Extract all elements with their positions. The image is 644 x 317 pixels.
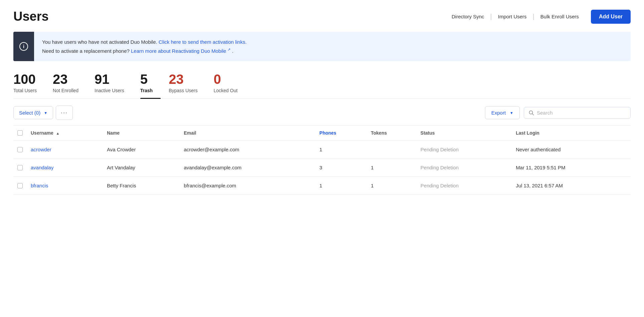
checkbox-acrowder[interactable]	[13, 141, 27, 159]
toolbar-right: Export ▼	[485, 106, 631, 119]
stat-number-bypass-users: 23	[169, 72, 184, 87]
header-actions: Directory Sync | Import Users | Bulk Enr…	[446, 10, 631, 24]
external-link-icon: ↗	[227, 47, 230, 51]
banner-line-1: You have users who have not activated Du…	[42, 38, 247, 46]
info-banner: i You have users who have not activated …	[13, 32, 631, 61]
username-cell-avandalay[interactable]: avandalay	[27, 159, 103, 177]
bulk-enroll-link[interactable]: Bulk Enroll Users	[534, 14, 585, 19]
username-link-acrowder[interactable]: acrowder	[31, 147, 51, 152]
phones-cell-acrowder: 1	[315, 141, 367, 159]
tokens-header: Tokens	[367, 126, 417, 141]
table-row: avandalayArt Vandalayavandalay@example.c…	[13, 159, 631, 177]
stat-inactive-users[interactable]: 91Inactive Users	[95, 72, 140, 99]
stats-row: 100Total Users23Not Enrolled91Inactive U…	[13, 72, 631, 99]
table-row: acrowderAva Crowderacrowder@example.com1…	[13, 141, 631, 159]
stat-number-inactive-users: 91	[95, 72, 110, 87]
export-chevron-icon: ▼	[510, 111, 513, 115]
search-wrapper	[524, 107, 631, 119]
last-login-cell-acrowder: Never authenticated	[512, 141, 631, 159]
stat-bypass-users[interactable]: 23Bypass Users	[169, 72, 213, 99]
select-button[interactable]: Select (0) ▼	[13, 106, 53, 119]
stat-label-trash: Trash	[140, 88, 153, 93]
search-icon	[529, 110, 534, 116]
status-cell-acrowder: Pending Deletion	[417, 141, 512, 159]
phones-cell-avandalay: 3	[315, 159, 367, 177]
more-options-button[interactable]: ···	[56, 106, 73, 120]
email-header: Email	[180, 126, 315, 141]
info-icon: i	[19, 42, 28, 51]
username-link-avandalay[interactable]: avandalay	[31, 165, 53, 170]
status-header: Status	[417, 126, 512, 141]
stat-label-locked-out: Locked Out	[214, 88, 238, 93]
username-sort-icon: ▲	[56, 131, 60, 135]
toolbar-left: Select (0) ▼ ···	[13, 106, 73, 120]
name-header: Name	[103, 126, 180, 141]
reactivate-link[interactable]: Learn more about Reactivating Duo Mobile…	[131, 48, 232, 54]
stat-number-locked-out: 0	[214, 72, 221, 87]
username-cell-acrowder[interactable]: acrowder	[27, 141, 103, 159]
users-table: Username ▲ Name Email Phones Tokens Stat…	[13, 125, 631, 195]
name-cell-acrowder: Ava Crowder	[103, 141, 180, 159]
email-cell-bfrancis: bfrancis@example.com	[180, 177, 315, 195]
select-all-header[interactable]	[13, 126, 27, 141]
last-login-cell-avandalay: Mar 11, 2019 5:51 PM	[512, 159, 631, 177]
checkbox-avandalay[interactable]	[13, 159, 27, 177]
stat-number-not-enrolled: 23	[53, 72, 68, 87]
stat-label-not-enrolled: Not Enrolled	[53, 88, 78, 93]
info-icon-label: i	[23, 44, 24, 49]
select-label: Select (0)	[19, 110, 40, 116]
username-header[interactable]: Username ▲	[27, 126, 103, 141]
info-banner-icon-bg: i	[13, 32, 34, 61]
toolbar: Select (0) ▼ ··· Export ▼	[13, 99, 631, 125]
banner-period: .	[232, 48, 233, 54]
banner-text-1: You have users who have not activated Du…	[42, 39, 157, 45]
page-header: Users Directory Sync | Import Users | Bu…	[13, 9, 631, 24]
row-checkbox-acrowder[interactable]	[17, 147, 23, 152]
select-all-checkbox[interactable]	[17, 130, 23, 136]
stat-locked-out[interactable]: 0Locked Out	[214, 72, 254, 99]
row-checkbox-bfrancis[interactable]	[17, 183, 23, 188]
svg-line-1	[532, 114, 534, 115]
export-label: Export	[491, 110, 506, 116]
name-cell-bfrancis: Betty Francis	[103, 177, 180, 195]
status-cell-avandalay: Pending Deletion	[417, 159, 512, 177]
username-cell-bfrancis[interactable]: bfrancis	[27, 177, 103, 195]
table-row: bfrancisBetty Francisbfrancis@example.co…	[13, 177, 631, 195]
email-cell-acrowder: acrowder@example.com	[180, 141, 315, 159]
phones-header[interactable]: Phones	[315, 126, 367, 141]
stat-trash[interactable]: 5Trash	[140, 72, 169, 99]
status-cell-bfrancis: Pending Deletion	[417, 177, 512, 195]
row-checkbox-avandalay[interactable]	[17, 165, 23, 170]
checkbox-bfrancis[interactable]	[13, 177, 27, 195]
last-login-header: Last Login	[512, 126, 631, 141]
banner-line-2: Need to activate a replacement phone? Le…	[42, 46, 247, 55]
banner-text-2: Need to activate a replacement phone?	[42, 48, 130, 54]
phones-cell-bfrancis: 1	[315, 177, 367, 195]
add-user-button[interactable]: Add User	[591, 10, 631, 24]
search-input[interactable]	[537, 110, 626, 116]
name-cell-avandalay: Art Vandalay	[103, 159, 180, 177]
stat-label-total-users: Total Users	[13, 88, 37, 93]
email-cell-avandalay: avandalay@example.com	[180, 159, 315, 177]
tokens-cell-avandalay: 1	[367, 159, 417, 177]
table-header-row: Username ▲ Name Email Phones Tokens Stat…	[13, 126, 631, 141]
import-users-link[interactable]: Import Users	[492, 14, 533, 19]
directory-sync-link[interactable]: Directory Sync	[446, 14, 490, 19]
page-title: Users	[13, 9, 49, 24]
activation-link[interactable]: Click here to send them activation links…	[159, 39, 247, 45]
stat-label-bypass-users: Bypass Users	[169, 88, 197, 93]
export-button[interactable]: Export ▼	[485, 106, 520, 119]
select-chevron-icon: ▼	[44, 111, 47, 115]
info-banner-content: You have users who have not activated Du…	[34, 32, 255, 61]
stat-not-enrolled[interactable]: 23Not Enrolled	[53, 72, 95, 99]
last-login-cell-bfrancis: Jul 13, 2021 6:57 AM	[512, 177, 631, 195]
tokens-cell-acrowder	[367, 141, 417, 159]
stat-total-users[interactable]: 100Total Users	[13, 72, 53, 99]
users-table-container: Username ▲ Name Email Phones Tokens Stat…	[13, 125, 631, 195]
stat-label-inactive-users: Inactive Users	[95, 88, 124, 93]
stat-number-trash: 5	[140, 72, 148, 87]
stat-number-total-users: 100	[13, 72, 36, 87]
username-link-bfrancis[interactable]: bfrancis	[31, 183, 48, 188]
tokens-cell-bfrancis: 1	[367, 177, 417, 195]
